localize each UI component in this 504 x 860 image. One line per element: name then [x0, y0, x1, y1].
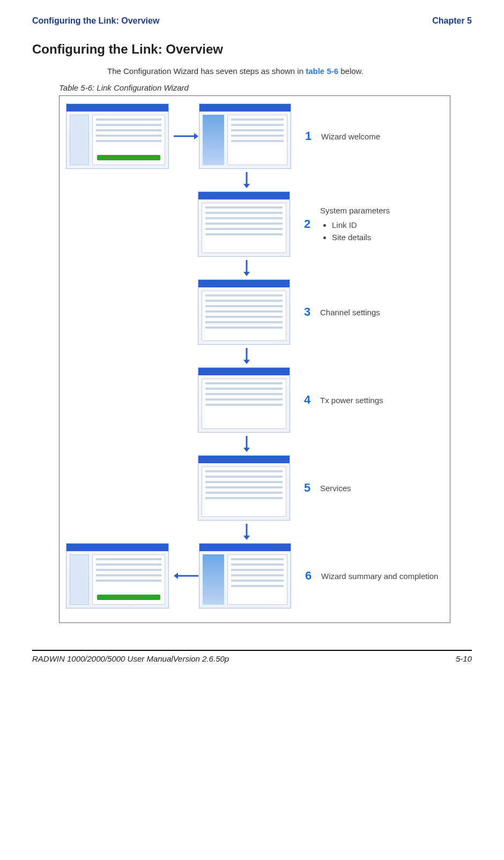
svg-marker-5	[243, 272, 250, 276]
intro-suffix: below.	[338, 66, 364, 76]
table-ref-link[interactable]: table 5-6	[306, 66, 338, 76]
svg-marker-11	[243, 536, 250, 540]
header-right: Chapter 5	[432, 16, 472, 26]
arrow-left-icon	[173, 572, 199, 580]
intro-text: The Configuration Wizard has seven steps…	[107, 66, 472, 76]
svg-marker-9	[243, 448, 250, 452]
step-desc-4: Tx power settings	[320, 395, 383, 406]
header-left: Configuring the Link: Overview	[32, 16, 159, 26]
table-caption: Table 5-6: Link Configuration Wizard	[59, 83, 472, 92]
step-number-3: 3	[300, 305, 315, 319]
wizard-step2-screenshot	[198, 191, 290, 257]
step-desc-6: Wizard summary and completion	[321, 570, 438, 582]
arrow-down-icon	[243, 436, 250, 452]
wizard-table: 1 Wizard welcome 2 System parameters Lin…	[59, 95, 450, 623]
wizard-step3-screenshot	[198, 279, 290, 345]
arrow-down-icon	[243, 348, 250, 364]
main-window-final-screenshot	[66, 543, 169, 609]
step-desc-5: Services	[320, 483, 351, 494]
step2-item-site: Site details	[332, 232, 390, 243]
step-number-4: 4	[300, 393, 315, 407]
wizard-step1-screenshot	[199, 103, 291, 169]
wizard-step6-screenshot	[199, 543, 291, 609]
step-number-5: 5	[300, 481, 315, 495]
arrow-down-icon	[243, 524, 250, 540]
step2-title: System parameters	[320, 206, 390, 215]
arrow-down-icon	[243, 260, 250, 276]
step-number-2: 2	[300, 217, 315, 231]
wizard-step5-screenshot	[198, 455, 290, 521]
step-number-6: 6	[301, 569, 316, 583]
footer-left: RADWIN 1000/2000/5000 User ManualVersion…	[32, 654, 229, 663]
page-title: Configuring the Link: Overview	[32, 42, 472, 57]
step-desc-2: System parameters Link ID Site details	[320, 205, 390, 244]
wizard-step4-screenshot	[198, 367, 290, 433]
footer-right: 5-10	[456, 654, 472, 663]
step-desc-1: Wizard welcome	[321, 131, 380, 142]
step-desc-3: Channel settings	[320, 307, 380, 318]
arrow-right-icon	[173, 132, 199, 140]
svg-marker-13	[174, 573, 178, 579]
svg-marker-3	[243, 184, 250, 188]
step-number-1: 1	[301, 129, 316, 143]
intro-prefix: The Configuration Wizard has seven steps…	[107, 66, 306, 76]
step2-item-linkid: Link ID	[332, 219, 390, 231]
svg-marker-1	[194, 133, 198, 139]
svg-marker-7	[243, 360, 250, 364]
main-window-screenshot	[66, 103, 169, 169]
arrow-down-icon	[243, 172, 250, 188]
